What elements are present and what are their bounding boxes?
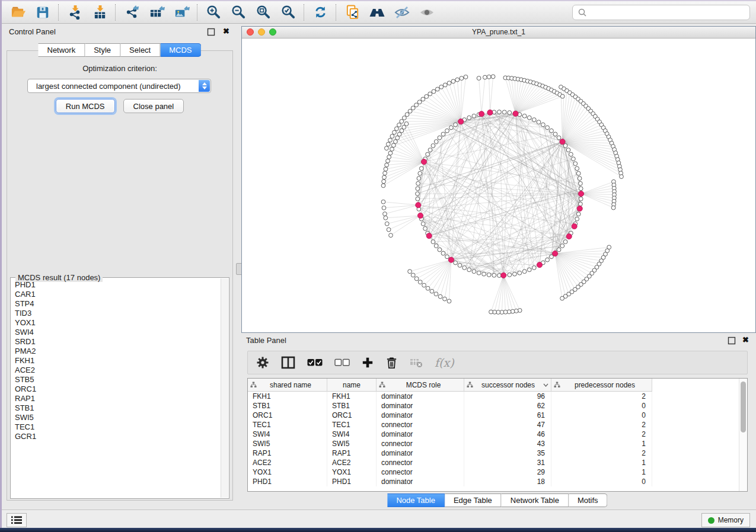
- memory-button[interactable]: Memory: [701, 513, 750, 527]
- table-scrollbar[interactable]: [739, 379, 747, 491]
- control-panel-title: Control Panel: [9, 27, 56, 36]
- tab-edge-table[interactable]: Edge Table: [445, 493, 502, 507]
- tab-mcds[interactable]: MCDS: [160, 43, 201, 57]
- gear-icon: [256, 356, 269, 369]
- tab-style[interactable]: Style: [85, 43, 120, 57]
- refresh-icon: [312, 4, 328, 20]
- show-panel-list-button[interactable]: [7, 513, 27, 527]
- table-row-phd1[interactable]: PHD1 PHD1 dominator 18 0: [248, 477, 739, 486]
- cell-successor-nodes: 47: [464, 420, 551, 430]
- criterion-select[interactable]: largest connected component (undirected): [27, 79, 211, 93]
- cell-predecessor-nodes: 2: [551, 392, 652, 401]
- result-scrollbar[interactable]: [221, 278, 228, 498]
- cell-predecessor-nodes: 1: [551, 458, 652, 467]
- import-table-button[interactable]: [87, 3, 112, 22]
- delete-table-button[interactable]: [410, 357, 423, 368]
- eye-icon: [419, 4, 435, 21]
- network-window-title: YPA_prune.txt_1: [242, 28, 755, 36]
- zoom-out-button[interactable]: [226, 3, 251, 22]
- network-canvas[interactable]: [242, 39, 755, 332]
- column-header-successor-nodes[interactable]: successor nodes: [464, 379, 551, 391]
- export-table-button[interactable]: [144, 3, 169, 22]
- float-panel-icon[interactable]: [207, 28, 215, 36]
- deselect-all-button[interactable]: [334, 358, 350, 367]
- desktop-background: [0, 528, 756, 532]
- column-header-predecessor-nodes[interactable]: predecessor nodes: [551, 379, 652, 391]
- cell-shared-name: SWI5: [248, 439, 327, 448]
- select-all-button[interactable]: [307, 358, 323, 367]
- delete-table-icon: [410, 357, 423, 368]
- result-node-fkh1: FKH1: [15, 356, 221, 366]
- cell-predecessor-nodes: 2: [551, 420, 652, 430]
- tab-select[interactable]: Select: [120, 43, 160, 57]
- tree-column-icon: [379, 382, 385, 388]
- search-input[interactable]: [587, 7, 749, 17]
- memory-label: Memory: [718, 516, 744, 524]
- tab-network[interactable]: Network: [38, 43, 85, 57]
- zoom-fit-button[interactable]: [251, 3, 276, 22]
- first-neighbors-button[interactable]: [365, 3, 390, 22]
- result-node-rap1: RAP1: [15, 394, 221, 403]
- result-node-gcr1: GCR1: [15, 432, 221, 441]
- column-header-shared-name[interactable]: shared name: [248, 379, 327, 391]
- apply-layout-button[interactable]: [308, 3, 333, 22]
- zoom-out-icon: [231, 4, 247, 20]
- table-row-tec1[interactable]: TEC1 TEC1 connector 47 2: [248, 420, 739, 430]
- cell-mcds-role: connector: [377, 458, 464, 467]
- memory-status-icon: [708, 517, 714, 524]
- run-mcds-button[interactable]: Run MCDS: [56, 99, 115, 113]
- close-panel-icon[interactable]: ✖: [742, 335, 749, 344]
- mcds-result-group: MCDS result (17 nodes) PHD1CAR1STP4TID3Y…: [10, 277, 229, 499]
- result-node-swi5: SWI5: [15, 413, 221, 422]
- tab-motifs[interactable]: Motifs: [569, 493, 608, 507]
- column-header-name[interactable]: name: [327, 379, 377, 391]
- optimization-criterion-label: Optimization criterion:: [7, 64, 232, 73]
- tab-node-table[interactable]: Node Table: [387, 493, 445, 507]
- save-session-button[interactable]: [30, 3, 55, 22]
- open-session-button[interactable]: [5, 3, 30, 22]
- cell-shared-name: PHD1: [248, 477, 327, 486]
- import-network-button[interactable]: [62, 3, 87, 22]
- table-row-ace2[interactable]: ACE2 ACE2 connector 31 1: [248, 458, 739, 467]
- control-panel-tabs: NetworkStyleSelectMCDS: [38, 43, 201, 57]
- table-scrollbar-thumb[interactable]: [741, 382, 746, 432]
- cell-mcds-role: dominator: [377, 477, 464, 486]
- cell-name: STB1: [327, 401, 377, 411]
- cell-name: ORC1: [327, 411, 377, 420]
- close-panel-icon[interactable]: ✖: [223, 27, 229, 36]
- result-node-ace2: ACE2: [15, 366, 221, 375]
- close-panel-button[interactable]: Close panel: [123, 99, 184, 113]
- table-row-swi4[interactable]: SWI4 SWI4 dominator 46 2: [248, 430, 739, 439]
- tree-column-icon: [467, 382, 473, 388]
- table-row-swi5[interactable]: SWI5 SWI5 connector 43 1: [248, 439, 739, 448]
- table-panel-title: Table Panel: [246, 336, 286, 345]
- column-header-mcds-role[interactable]: MCDS role: [377, 379, 464, 391]
- table-row-stb1[interactable]: STB1 STB1 dominator 62 0: [248, 401, 739, 411]
- show-columns-button[interactable]: [281, 356, 295, 369]
- table-settings-button[interactable]: [256, 356, 269, 369]
- zoom-selected-button[interactable]: [276, 3, 301, 22]
- cell-name: RAP1: [327, 448, 377, 458]
- table-row-rap1[interactable]: RAP1 RAP1 dominator 35 2: [248, 448, 739, 458]
- cell-mcds-role: connector: [377, 439, 464, 448]
- export-network-button[interactable]: [119, 3, 144, 22]
- create-column-button[interactable]: [362, 357, 374, 368]
- function-builder-button[interactable]: f(x): [435, 356, 454, 369]
- cell-shared-name: ACE2: [248, 458, 327, 467]
- column-label: successor nodes: [481, 381, 535, 389]
- tab-network-table[interactable]: Network Table: [502, 493, 569, 507]
- new-network-from-selection-button[interactable]: [340, 3, 365, 22]
- hide-selected-button[interactable]: [390, 3, 414, 22]
- table-row-orc1[interactable]: ORC1 ORC1 dominator 61 0: [248, 411, 739, 420]
- show-all-button[interactable]: [414, 3, 439, 22]
- float-panel-icon[interactable]: [728, 336, 736, 345]
- table-row-yox1[interactable]: YOX1 YOX1 connector 29 1: [248, 467, 739, 477]
- zoom-in-button[interactable]: [201, 3, 226, 22]
- cell-predecessor-nodes: 0: [551, 401, 652, 411]
- app-window: Control Panel ✖ NetworkStyleSelectMCDS O…: [0, 0, 756, 532]
- table-row-fkh1[interactable]: FKH1 FKH1 dominator 96 2: [248, 392, 739, 401]
- cell-predecessor-nodes: 1: [551, 439, 652, 448]
- delete-column-button[interactable]: [385, 356, 398, 369]
- export-image-button[interactable]: [169, 3, 194, 22]
- export-image-icon: [174, 4, 190, 20]
